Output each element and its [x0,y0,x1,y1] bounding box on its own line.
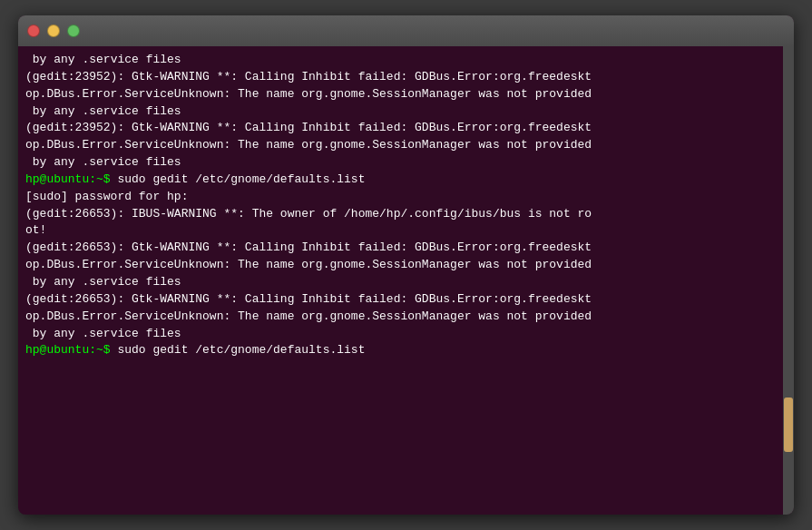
maximize-button[interactable] [67,25,80,37]
terminal-line: by any .service files [25,52,776,69]
terminal-line: op.DBus.Error.ServiceUnknown: The name o… [25,309,776,326]
command-text: sudo gedit /etc/gnome/defaults.list [117,343,365,357]
prompt: hp@ubuntu:~$ [25,343,117,357]
scrollbar-thumb[interactable] [784,398,793,452]
command-text: sudo gedit /etc/gnome/defaults.list [117,172,365,186]
terminal-line: by any .service files [25,326,776,343]
terminal-body: by any .service files(gedit:23952): Gtk-… [18,46,794,515]
terminal-line: by any .service files [25,274,776,291]
close-button[interactable] [27,25,40,37]
terminal-line: (gedit:26653): IBUS-WARNING **: The owne… [25,206,776,223]
terminal-line: op.DBus.Error.ServiceUnknown: The name o… [25,257,776,274]
terminal-line: op.DBus.Error.ServiceUnknown: The name o… [25,137,776,154]
terminal-line: hp@ubuntu:~$ sudo gedit /etc/gnome/defau… [25,342,776,359]
prompt: hp@ubuntu:~$ [25,172,117,186]
terminal-line: (gedit:26653): Gtk-WARNING **: Calling I… [25,291,776,309]
terminal-line: hp@ubuntu:~$ sudo gedit /etc/gnome/defau… [25,172,776,189]
minimize-button[interactable] [47,25,60,37]
terminal-line: (gedit:26653): Gtk-WARNING **: Calling I… [25,240,776,257]
terminal-content[interactable]: by any .service files(gedit:23952): Gtk-… [18,46,783,515]
terminal-line: by any .service files [25,154,776,172]
terminal-line: (gedit:23952): Gtk-WARNING **: Calling I… [25,69,776,86]
terminal-line: by any .service files [25,103,776,121]
terminal-line: op.DBus.Error.ServiceUnknown: The name o… [25,86,776,103]
terminal-line: ot! [25,222,776,240]
terminal-window: by any .service files(gedit:23952): Gtk-… [18,15,794,515]
titlebar [18,15,794,46]
terminal-line: [sudo] password for hp: [25,189,776,206]
scrollbar[interactable] [783,46,794,515]
terminal-line: (gedit:23952): Gtk-WARNING **: Calling I… [25,120,776,137]
